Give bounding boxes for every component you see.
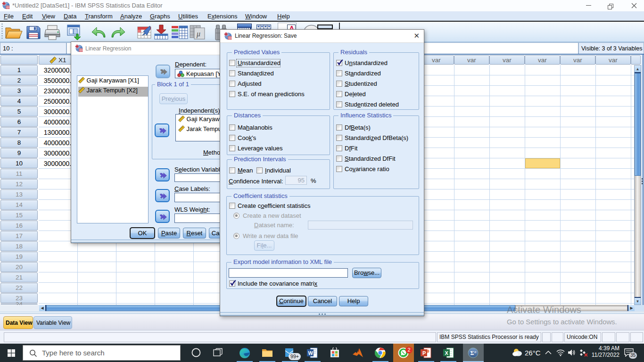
svg-text:Σ: Σ [471,350,474,356]
svg-text:μ: μ [196,30,200,38]
svg-text:X: X [445,350,449,356]
svg-text:P: P [422,350,426,356]
svg-text:W: W [308,350,314,356]
